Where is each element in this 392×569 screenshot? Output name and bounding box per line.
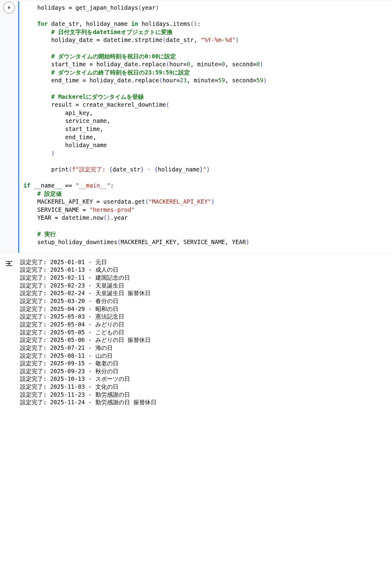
code-token: = xyxy=(76,101,79,108)
code-token: end_time xyxy=(23,77,82,84)
code-token: = xyxy=(55,214,58,221)
code-token: ( xyxy=(117,239,121,245)
code-token: = xyxy=(89,61,93,67)
code-token: . xyxy=(170,20,173,27)
code-token: ) xyxy=(51,150,55,157)
code-token: = xyxy=(183,61,187,67)
code-token: , xyxy=(225,239,229,245)
code-token: ( xyxy=(69,166,72,173)
code-token: now xyxy=(93,214,103,221)
code-token: . xyxy=(131,198,135,205)
code-token: . xyxy=(110,214,114,221)
code-token: get_japan_holidays xyxy=(72,4,138,11)
code-token: YEAR xyxy=(229,239,246,245)
code-token: second xyxy=(229,77,253,84)
code-token: MACKEREL_API_KEY xyxy=(23,198,96,205)
code-token: "%Y-%m-%d" xyxy=(201,36,235,43)
code-token: YEAR xyxy=(23,214,55,221)
code-token: , xyxy=(225,61,229,67)
play-icon xyxy=(6,5,12,10)
code-token: SERVICE_NAME xyxy=(180,239,225,245)
code-token: for xyxy=(37,20,48,27)
code-token: holiday_name xyxy=(158,166,199,173)
code-token: } xyxy=(199,166,203,173)
code-token: ) xyxy=(156,4,159,11)
code-token: holiday_date xyxy=(86,77,131,84)
code-token: ( xyxy=(163,36,166,43)
code-token: ( xyxy=(103,214,107,221)
code-token xyxy=(23,190,37,197)
code-token xyxy=(23,93,51,100)
code-token: ) xyxy=(107,214,110,221)
code-token: print xyxy=(51,166,69,173)
code-token: end_time xyxy=(23,134,93,140)
code-token: year xyxy=(114,214,128,221)
code-token: holiday_name xyxy=(83,20,131,27)
code-token: date_str xyxy=(112,166,140,173)
code-token: datetime xyxy=(100,36,131,43)
code-token: __name__ xyxy=(30,182,65,189)
code-token: datetime xyxy=(58,214,89,221)
code-token: hour xyxy=(163,77,177,84)
code-token: ) xyxy=(260,61,263,67)
code-token: ) xyxy=(236,36,239,43)
code-token: ( xyxy=(190,20,194,27)
code-token: ( xyxy=(166,101,169,108)
code-token: holiday_date xyxy=(23,36,96,43)
code-token: start_time xyxy=(23,61,89,67)
code-token: ) xyxy=(211,198,215,205)
code-token: , xyxy=(107,117,110,124)
code-token: , xyxy=(79,20,82,27)
code-token: = xyxy=(69,4,72,11)
code-editor[interactable]: holidays = get_japan_holidays(year) for … xyxy=(18,1,392,253)
code-token: items xyxy=(173,20,190,27)
code-token: = xyxy=(253,77,256,84)
code-token: ) xyxy=(206,166,210,173)
output-area: 設定完了: 2025-01-01 - 元日 設定完了: 2025-01-13 -… xyxy=(0,254,392,412)
code-token: . xyxy=(131,77,135,84)
code-token: "MACKEREL_API_KEY" xyxy=(149,198,211,205)
code-token: : xyxy=(197,20,201,27)
code-token xyxy=(23,29,51,35)
code-token: holidays xyxy=(138,20,170,27)
code-token: , xyxy=(176,239,180,245)
code-token: result xyxy=(23,101,76,108)
code-token: { xyxy=(154,166,158,173)
code-token: minute xyxy=(194,61,218,67)
code-token: 0 xyxy=(256,61,260,67)
code-token: ( xyxy=(145,198,148,205)
code-token: == xyxy=(65,182,72,189)
code-token: "hermes-prod" xyxy=(89,206,135,213)
code-token: 0 xyxy=(222,61,225,67)
code-token: - xyxy=(144,166,154,173)
code-token: = xyxy=(96,36,100,43)
code-token xyxy=(197,36,201,43)
code-token xyxy=(23,20,37,27)
code-token: , xyxy=(89,109,93,116)
code-token: holidays xyxy=(23,4,69,11)
code-token: . xyxy=(138,61,142,67)
run-cell-button[interactable] xyxy=(3,2,15,13)
code-token: userdata xyxy=(100,198,131,205)
code-token: { xyxy=(109,166,112,173)
code-token: ( xyxy=(166,61,169,67)
code-token xyxy=(23,150,51,157)
code-token: ) xyxy=(194,20,197,27)
code-token: . xyxy=(89,214,93,221)
code-token: start_time xyxy=(23,126,100,132)
code-token: , xyxy=(93,134,96,140)
code-token: ( xyxy=(138,4,142,11)
code-token: 0 xyxy=(187,61,190,67)
code-token: holiday_name xyxy=(23,142,107,148)
code-token: date_str xyxy=(48,20,79,27)
code-token: 23 xyxy=(180,77,187,84)
code-token: = xyxy=(82,77,86,84)
code-token: # 日付文字列をdatetimeオブジェクトに変換 xyxy=(51,29,173,35)
code-token: = xyxy=(82,206,86,213)
output-icon xyxy=(5,260,13,267)
code-token: replace xyxy=(142,61,166,67)
code-token: strptime xyxy=(135,36,163,43)
code-token: , xyxy=(100,126,103,132)
code-token: holiday_date xyxy=(93,61,138,67)
code-token: ( xyxy=(159,77,162,84)
